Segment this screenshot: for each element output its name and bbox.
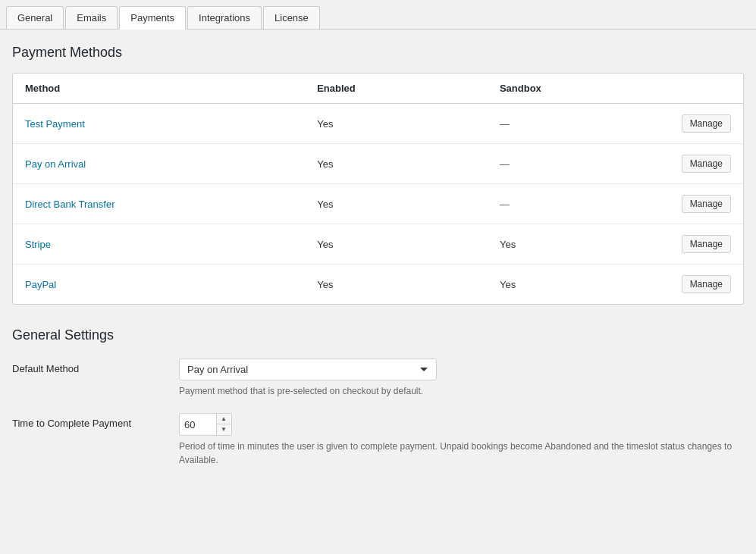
time-to-complete-input-wrapper: ▲ ▼ (179, 413, 232, 436)
method-cell-direct-bank: Direct Bank Transfer (13, 184, 305, 224)
spinner-up-icon: ▲ (221, 416, 227, 422)
method-link-pay-on-arrival[interactable]: Pay on Arrival (25, 158, 86, 170)
enabled-cell-paypal: Yes (305, 264, 488, 305)
settings-form: Default Method Test Payment Pay on Arriv… (12, 358, 744, 467)
action-cell-direct-bank: Manage (634, 184, 743, 224)
sandbox-cell-paypal: Yes (488, 264, 634, 305)
col-header-sandbox: Sandbox (488, 74, 634, 104)
sandbox-cell-direct-bank: — (488, 184, 634, 224)
tab-emails[interactable]: Emails (65, 6, 118, 29)
table-row: PayPal Yes Yes Manage (13, 264, 743, 305)
manage-button-direct-bank[interactable]: Manage (682, 195, 731, 213)
default-method-control: Test Payment Pay on Arrival Direct Bank … (179, 358, 744, 398)
manage-button-test-payment[interactable]: Manage (682, 114, 731, 133)
payment-methods-title: Payment Methods (12, 45, 744, 61)
sandbox-cell-stripe: Yes (488, 224, 634, 264)
general-settings-title: General Settings (12, 327, 744, 343)
spinner-down-button[interactable]: ▼ (217, 424, 231, 435)
payment-table: Method Enabled Sandbox Test Payment Yes … (13, 74, 743, 304)
spinner-up-button[interactable]: ▲ (217, 414, 231, 424)
col-header-enabled: Enabled (305, 74, 488, 104)
default-method-row: Default Method Test Payment Pay on Arriv… (12, 358, 744, 398)
manage-button-pay-on-arrival[interactable]: Manage (682, 155, 731, 173)
default-method-select-wrapper: Test Payment Pay on Arrival Direct Bank … (179, 358, 437, 380)
tab-integrations[interactable]: Integrations (187, 6, 262, 29)
method-link-paypal[interactable]: PayPal (25, 279, 56, 290)
table-row: Pay on Arrival Yes — Manage (13, 144, 743, 184)
table-row: Stripe Yes Yes Manage (13, 224, 743, 264)
enabled-cell-pay-on-arrival: Yes (305, 144, 488, 184)
action-cell-paypal: Manage (634, 264, 743, 305)
payment-table-wrapper: Method Enabled Sandbox Test Payment Yes … (12, 73, 744, 305)
time-to-complete-label: Time to Complete Payment (12, 413, 179, 429)
tab-payments[interactable]: Payments (119, 6, 186, 30)
table-row: Direct Bank Transfer Yes — Manage (13, 184, 743, 224)
manage-button-paypal[interactable]: Manage (682, 275, 731, 293)
action-cell-stripe: Manage (634, 224, 743, 264)
action-cell-pay-on-arrival: Manage (634, 144, 743, 184)
enabled-cell-stripe: Yes (305, 224, 488, 264)
default-method-select[interactable]: Test Payment Pay on Arrival Direct Bank … (179, 358, 437, 380)
tabs-bar: General Emails Payments Integrations Lic… (0, 0, 756, 30)
tab-license[interactable]: License (263, 6, 320, 29)
tab-general[interactable]: General (6, 6, 64, 29)
time-to-complete-input[interactable] (180, 415, 216, 434)
sandbox-cell-pay-on-arrival: — (488, 144, 634, 184)
default-method-label: Default Method (12, 358, 179, 374)
sandbox-cell-test-payment: — (488, 104, 634, 144)
enabled-cell-test-payment: Yes (305, 104, 488, 144)
method-link-test-payment[interactable]: Test Payment (25, 118, 85, 130)
method-link-direct-bank[interactable]: Direct Bank Transfer (25, 199, 115, 210)
table-row: Test Payment Yes — Manage (13, 104, 743, 144)
number-spinners: ▲ ▼ (216, 414, 231, 435)
method-cell-stripe: Stripe (13, 224, 305, 264)
spinner-down-icon: ▼ (221, 427, 227, 433)
method-link-stripe[interactable]: Stripe (25, 239, 51, 250)
manage-button-stripe[interactable]: Manage (682, 235, 731, 253)
default-method-description: Payment method that is pre-selected on c… (179, 384, 744, 398)
method-cell-paypal: PayPal (13, 264, 305, 305)
table-header-row: Method Enabled Sandbox (13, 74, 743, 104)
main-content: Payment Methods Method Enabled Sandbox T (0, 30, 756, 497)
time-to-complete-description: Period of time in minutes the user is gi… (179, 440, 744, 467)
method-cell-pay-on-arrival: Pay on Arrival (13, 144, 305, 184)
time-to-complete-row: Time to Complete Payment ▲ ▼ (12, 413, 744, 467)
col-header-method: Method (13, 74, 305, 104)
enabled-cell-direct-bank: Yes (305, 184, 488, 224)
col-header-action (634, 74, 743, 104)
method-cell-test-payment: Test Payment (13, 104, 305, 144)
time-to-complete-control: ▲ ▼ Period of time in minutes the user i… (179, 413, 744, 467)
page-wrapper: General Emails Payments Integrations Lic… (0, 0, 756, 554)
action-cell-test-payment: Manage (634, 104, 743, 144)
